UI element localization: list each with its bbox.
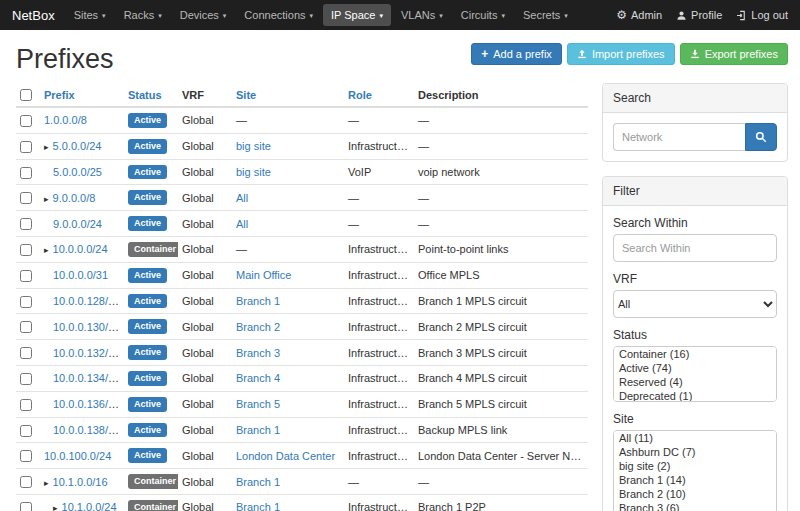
row-checkbox[interactable]	[20, 476, 32, 488]
prefix-link[interactable]: 10.1.0.0/16	[53, 476, 108, 488]
table-row: 9.0.0.0/24ActiveGlobalAll——	[16, 211, 588, 237]
prefix-link[interactable]: 5.0.0.0/24	[53, 140, 102, 152]
vrf-select[interactable]: All	[613, 290, 777, 318]
row-checkbox[interactable]	[20, 244, 32, 256]
prefix-link[interactable]: 10.0.0.136/31	[53, 398, 120, 410]
nav-item-devices[interactable]: Devices▾	[172, 4, 235, 26]
nav-item-connections[interactable]: Connections▾	[236, 4, 321, 26]
row-checkbox[interactable]	[20, 450, 32, 462]
export-prefixes-button[interactable]: Export prefixes	[680, 43, 788, 65]
row-checkbox[interactable]	[20, 270, 32, 282]
site-link[interactable]: Branch 1	[236, 476, 280, 488]
status-listbox[interactable]: Container (16)Active (74)Reserved (4)Dep…	[613, 346, 777, 402]
status-cell: Active	[124, 366, 178, 392]
prefix-link[interactable]: 9.0.0.0/8	[53, 192, 96, 204]
prefix-link[interactable]: 10.0.0.130/31	[53, 321, 120, 333]
row-checkbox[interactable]	[20, 425, 32, 437]
site-link[interactable]: Branch 1	[236, 501, 280, 511]
row-checkbox[interactable]	[20, 218, 32, 230]
row-checkbox[interactable]	[20, 192, 32, 204]
column-header-prefix[interactable]: Prefix	[40, 83, 124, 107]
filter-option[interactable]: Branch 1 (14)	[614, 473, 776, 487]
row-checkbox[interactable]	[20, 347, 32, 359]
prefix-link[interactable]: 10.0.0.134/31	[53, 372, 120, 384]
site-listbox[interactable]: All (11)Ashburn DC (7)big site (2)Branch…	[613, 430, 777, 511]
status-cell: Active	[124, 107, 178, 133]
site-link[interactable]: Branch 1	[236, 424, 280, 436]
site-link[interactable]: Branch 3	[236, 347, 280, 359]
chevron-down-icon: ▾	[310, 12, 314, 19]
nav-item-vlans[interactable]: VLANs▾	[393, 4, 451, 26]
nav-item-label: IP Space	[331, 9, 375, 21]
prefix-link[interactable]: 10.0.0.0/31	[53, 269, 108, 281]
row-checkbox[interactable]	[20, 296, 32, 308]
profile-link[interactable]: Profile	[676, 9, 722, 21]
site-link[interactable]: Main Office	[236, 269, 291, 281]
description-cell: —	[414, 107, 588, 133]
site-link[interactable]: Branch 1	[236, 295, 280, 307]
filter-option[interactable]: Deprecated (1)	[614, 389, 776, 402]
status-cell: Active	[124, 417, 178, 443]
filter-option[interactable]: Ashburn DC (7)	[614, 445, 776, 459]
prefix-link[interactable]: 10.0.0.128/31	[53, 295, 120, 307]
row-checkbox[interactable]	[20, 502, 32, 511]
nav-item-ip-space[interactable]: IP Space▾	[323, 4, 391, 26]
column-header-status[interactable]: Status	[124, 83, 178, 107]
row-checkbox[interactable]	[20, 399, 32, 411]
prefix-link[interactable]: 10.0.0.138/31	[53, 424, 120, 436]
nav-item-racks[interactable]: Racks▾	[116, 4, 170, 26]
column-header-role[interactable]: Role	[344, 83, 414, 107]
row-checkbox[interactable]	[20, 321, 32, 333]
search-within-input[interactable]	[613, 234, 777, 262]
checkbox-cell	[16, 262, 40, 288]
site-link[interactable]: Branch 4	[236, 372, 280, 384]
site-link[interactable]: Branch 5	[236, 398, 280, 410]
checkbox-cell	[16, 288, 40, 314]
table-row: 10.0.100.0/24ActiveGlobalLondon Data Cen…	[16, 443, 588, 469]
filter-option[interactable]: Branch 3 (6)	[614, 501, 776, 511]
prefix-link[interactable]: 9.0.0.0/24	[53, 218, 102, 230]
filter-option[interactable]: All (11)	[614, 431, 776, 445]
app-logo[interactable]: NetBox	[8, 8, 65, 23]
prefix-cell: 10.0.0.138/31	[40, 417, 124, 443]
vrf-cell: Global	[178, 417, 232, 443]
row-checkbox[interactable]	[20, 373, 32, 385]
row-checkbox[interactable]	[20, 141, 32, 153]
nav-item-secrets[interactable]: Secrets▾	[515, 4, 576, 26]
nav-item-circuits[interactable]: Circuits▾	[453, 4, 513, 26]
page-header: Prefixes + Add a prefix Import prefixes …	[0, 30, 800, 83]
expand-arrow-icon: ▸	[44, 194, 49, 204]
site-link[interactable]: big site	[236, 140, 271, 152]
prefix-link[interactable]: 10.0.0.132/31	[53, 347, 120, 359]
status-cell: Active	[124, 185, 178, 211]
row-checkbox[interactable]	[20, 115, 32, 127]
site-link[interactable]: big site	[236, 166, 271, 178]
site-link[interactable]: Branch 2	[236, 321, 280, 333]
import-prefixes-button[interactable]: Import prefixes	[567, 43, 675, 65]
add-prefix-button[interactable]: + Add a prefix	[471, 43, 562, 65]
prefix-link[interactable]: 10.0.0.0/24	[53, 243, 108, 255]
admin-link[interactable]: ⚙ Admin	[616, 9, 662, 21]
search-input[interactable]	[613, 123, 745, 151]
logout-link[interactable]: Log out	[736, 9, 788, 21]
description-cell: —	[414, 133, 588, 159]
site-link[interactable]: All	[236, 192, 248, 204]
nav-item-sites[interactable]: Sites▾	[66, 4, 114, 26]
filter-option[interactable]: Branch 2 (10)	[614, 487, 776, 501]
site-link[interactable]: London Data Center	[236, 450, 335, 462]
site-link[interactable]: All	[236, 218, 248, 230]
search-button[interactable]	[745, 123, 777, 151]
prefix-link[interactable]: 5.0.0.0/25	[53, 166, 102, 178]
select-all-checkbox[interactable]	[20, 89, 32, 101]
column-header-site[interactable]: Site	[232, 83, 344, 107]
filter-option[interactable]: Reserved (4)	[614, 375, 776, 389]
prefix-link[interactable]: 10.0.100.0/24	[44, 450, 111, 462]
row-checkbox[interactable]	[20, 167, 32, 179]
column-header-vrf: VRF	[178, 83, 232, 107]
filter-option[interactable]: Active (74)	[614, 361, 776, 375]
checkbox-cell	[16, 469, 40, 495]
prefix-link[interactable]: 1.0.0.0/8	[44, 114, 87, 126]
filter-option[interactable]: Container (16)	[614, 347, 776, 361]
prefix-link[interactable]: 10.1.0.0/24	[62, 501, 117, 511]
filter-option[interactable]: big site (2)	[614, 459, 776, 473]
